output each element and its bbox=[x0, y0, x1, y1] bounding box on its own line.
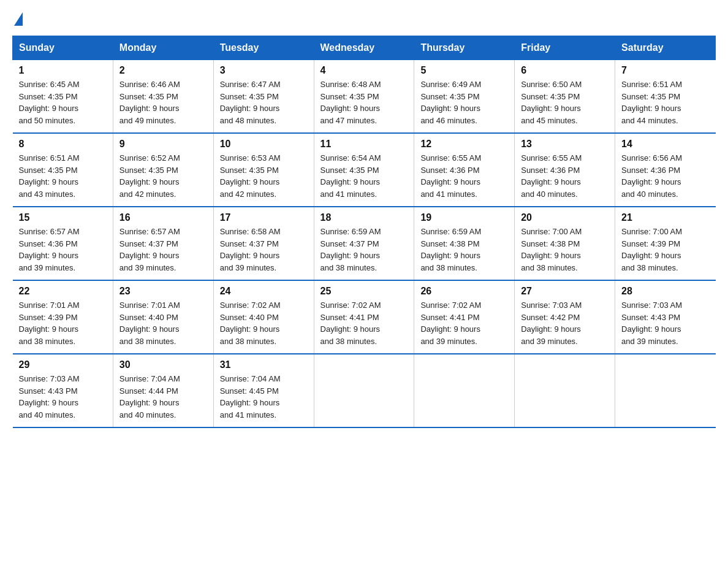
day-info: Sunrise: 7:01 AMSunset: 4:40 PMDaylight:… bbox=[119, 299, 207, 347]
calendar-day-cell: 16 Sunrise: 6:57 AMSunset: 4:37 PMDaylig… bbox=[113, 207, 213, 280]
day-info: Sunrise: 7:03 AMSunset: 4:43 PMDaylight:… bbox=[19, 373, 107, 421]
page-header bbox=[12, 12, 716, 25]
day-number: 2 bbox=[119, 65, 207, 76]
header-tuesday: Tuesday bbox=[213, 36, 314, 60]
logo bbox=[12, 12, 23, 25]
day-info: Sunrise: 7:01 AMSunset: 4:39 PMDaylight:… bbox=[19, 299, 107, 347]
calendar-week-row: 1 Sunrise: 6:45 AMSunset: 4:35 PMDayligh… bbox=[13, 60, 716, 134]
calendar-day-cell: 28 Sunrise: 7:03 AMSunset: 4:43 PMDaylig… bbox=[615, 280, 716, 354]
calendar-day-cell: 9 Sunrise: 6:52 AMSunset: 4:35 PMDayligh… bbox=[113, 133, 213, 207]
calendar-day-cell: 5 Sunrise: 6:49 AMSunset: 4:35 PMDayligh… bbox=[414, 60, 515, 134]
header-monday: Monday bbox=[113, 36, 213, 60]
calendar-week-row: 15 Sunrise: 6:57 AMSunset: 4:36 PMDaylig… bbox=[13, 207, 716, 280]
header-sunday: Sunday bbox=[13, 36, 113, 60]
day-number: 23 bbox=[119, 286, 207, 297]
calendar-day-cell: 21 Sunrise: 7:00 AMSunset: 4:39 PMDaylig… bbox=[615, 207, 716, 280]
calendar-day-cell: 20 Sunrise: 7:00 AMSunset: 4:38 PMDaylig… bbox=[515, 207, 615, 280]
day-info: Sunrise: 6:55 AMSunset: 4:36 PMDaylight:… bbox=[521, 152, 609, 200]
day-number: 10 bbox=[220, 139, 308, 150]
calendar-day-cell: 22 Sunrise: 7:01 AMSunset: 4:39 PMDaylig… bbox=[13, 280, 113, 354]
calendar-day-cell: 26 Sunrise: 7:02 AMSunset: 4:41 PMDaylig… bbox=[414, 280, 515, 354]
day-info: Sunrise: 6:57 AMSunset: 4:36 PMDaylight:… bbox=[19, 226, 107, 274]
day-info: Sunrise: 6:47 AMSunset: 4:35 PMDaylight:… bbox=[220, 79, 308, 126]
day-info: Sunrise: 7:04 AMSunset: 4:44 PMDaylight:… bbox=[119, 373, 207, 421]
day-info: Sunrise: 6:50 AMSunset: 4:35 PMDaylight:… bbox=[521, 79, 609, 126]
calendar-day-cell: 31 Sunrise: 7:04 AMSunset: 4:45 PMDaylig… bbox=[213, 354, 314, 427]
day-number: 1 bbox=[19, 65, 107, 76]
header-wednesday: Wednesday bbox=[314, 36, 414, 60]
calendar-week-row: 8 Sunrise: 6:51 AMSunset: 4:35 PMDayligh… bbox=[13, 133, 716, 207]
calendar-day-cell bbox=[515, 354, 615, 427]
day-info: Sunrise: 7:03 AMSunset: 4:42 PMDaylight:… bbox=[521, 299, 609, 347]
calendar-day-cell: 8 Sunrise: 6:51 AMSunset: 4:35 PMDayligh… bbox=[13, 133, 113, 207]
calendar-day-cell: 25 Sunrise: 7:02 AMSunset: 4:41 PMDaylig… bbox=[314, 280, 414, 354]
calendar-day-cell: 17 Sunrise: 6:58 AMSunset: 4:37 PMDaylig… bbox=[213, 207, 314, 280]
day-number: 20 bbox=[521, 212, 609, 223]
calendar-day-cell: 27 Sunrise: 7:03 AMSunset: 4:42 PMDaylig… bbox=[515, 280, 615, 354]
day-number: 22 bbox=[19, 286, 107, 297]
day-info: Sunrise: 6:51 AMSunset: 4:35 PMDaylight:… bbox=[19, 152, 107, 200]
day-info: Sunrise: 7:02 AMSunset: 4:40 PMDaylight:… bbox=[220, 299, 308, 347]
calendar-day-cell: 10 Sunrise: 6:53 AMSunset: 4:35 PMDaylig… bbox=[213, 133, 314, 207]
calendar-day-cell: 7 Sunrise: 6:51 AMSunset: 4:35 PMDayligh… bbox=[615, 60, 716, 134]
day-number: 13 bbox=[521, 139, 609, 150]
calendar-day-cell: 29 Sunrise: 7:03 AMSunset: 4:43 PMDaylig… bbox=[13, 354, 113, 427]
day-info: Sunrise: 6:57 AMSunset: 4:37 PMDaylight:… bbox=[119, 226, 207, 274]
day-info: Sunrise: 6:58 AMSunset: 4:37 PMDaylight:… bbox=[220, 226, 308, 274]
day-number: 15 bbox=[19, 212, 107, 223]
day-number: 17 bbox=[220, 212, 308, 223]
calendar-day-cell: 11 Sunrise: 6:54 AMSunset: 4:35 PMDaylig… bbox=[314, 133, 414, 207]
calendar-table: Sunday Monday Tuesday Wednesday Thursday… bbox=[12, 36, 716, 428]
day-number: 27 bbox=[521, 286, 609, 297]
day-number: 7 bbox=[621, 65, 709, 76]
calendar-day-cell: 6 Sunrise: 6:50 AMSunset: 4:35 PMDayligh… bbox=[515, 60, 615, 134]
day-info: Sunrise: 6:49 AMSunset: 4:35 PMDaylight:… bbox=[420, 79, 508, 126]
calendar-day-cell: 4 Sunrise: 6:48 AMSunset: 4:35 PMDayligh… bbox=[314, 60, 414, 134]
calendar-day-cell: 23 Sunrise: 7:01 AMSunset: 4:40 PMDaylig… bbox=[113, 280, 213, 354]
calendar-day-cell: 30 Sunrise: 7:04 AMSunset: 4:44 PMDaylig… bbox=[113, 354, 213, 427]
day-info: Sunrise: 6:55 AMSunset: 4:36 PMDaylight:… bbox=[420, 152, 508, 200]
day-info: Sunrise: 6:59 AMSunset: 4:38 PMDaylight:… bbox=[420, 226, 508, 274]
calendar-day-cell: 14 Sunrise: 6:56 AMSunset: 4:36 PMDaylig… bbox=[615, 133, 716, 207]
day-number: 30 bbox=[119, 359, 207, 370]
day-info: Sunrise: 7:00 AMSunset: 4:38 PMDaylight:… bbox=[521, 226, 609, 274]
day-number: 26 bbox=[420, 286, 508, 297]
day-number: 24 bbox=[220, 286, 308, 297]
day-info: Sunrise: 6:45 AMSunset: 4:35 PMDaylight:… bbox=[19, 79, 107, 126]
day-number: 9 bbox=[119, 139, 207, 150]
calendar-day-cell bbox=[314, 354, 414, 427]
day-number: 31 bbox=[220, 359, 308, 370]
day-info: Sunrise: 6:52 AMSunset: 4:35 PMDaylight:… bbox=[119, 152, 207, 200]
day-info: Sunrise: 7:03 AMSunset: 4:43 PMDaylight:… bbox=[621, 299, 709, 347]
day-number: 12 bbox=[420, 139, 508, 150]
day-info: Sunrise: 6:56 AMSunset: 4:36 PMDaylight:… bbox=[621, 152, 709, 200]
day-info: Sunrise: 7:02 AMSunset: 4:41 PMDaylight:… bbox=[420, 299, 508, 347]
day-number: 6 bbox=[521, 65, 609, 76]
day-number: 8 bbox=[19, 139, 107, 150]
logo-triangle-icon bbox=[14, 12, 23, 26]
calendar-day-cell: 18 Sunrise: 6:59 AMSunset: 4:37 PMDaylig… bbox=[314, 207, 414, 280]
day-number: 4 bbox=[320, 65, 408, 76]
calendar-day-cell: 24 Sunrise: 7:02 AMSunset: 4:40 PMDaylig… bbox=[213, 280, 314, 354]
day-number: 29 bbox=[19, 359, 107, 370]
day-number: 3 bbox=[220, 65, 308, 76]
day-number: 19 bbox=[420, 212, 508, 223]
day-info: Sunrise: 7:00 AMSunset: 4:39 PMDaylight:… bbox=[621, 226, 709, 274]
day-info: Sunrise: 6:46 AMSunset: 4:35 PMDaylight:… bbox=[119, 79, 207, 126]
calendar-day-cell: 19 Sunrise: 6:59 AMSunset: 4:38 PMDaylig… bbox=[414, 207, 515, 280]
day-info: Sunrise: 6:54 AMSunset: 4:35 PMDaylight:… bbox=[320, 152, 408, 200]
calendar-day-cell: 1 Sunrise: 6:45 AMSunset: 4:35 PMDayligh… bbox=[13, 60, 113, 134]
day-info: Sunrise: 7:02 AMSunset: 4:41 PMDaylight:… bbox=[320, 299, 408, 347]
weekday-header-row: Sunday Monday Tuesday Wednesday Thursday… bbox=[13, 36, 716, 60]
day-info: Sunrise: 7:04 AMSunset: 4:45 PMDaylight:… bbox=[220, 373, 308, 421]
day-number: 28 bbox=[621, 286, 709, 297]
calendar-day-cell: 3 Sunrise: 6:47 AMSunset: 4:35 PMDayligh… bbox=[213, 60, 314, 134]
calendar-day-cell: 13 Sunrise: 6:55 AMSunset: 4:36 PMDaylig… bbox=[515, 133, 615, 207]
day-info: Sunrise: 6:51 AMSunset: 4:35 PMDaylight:… bbox=[621, 79, 709, 126]
calendar-week-row: 29 Sunrise: 7:03 AMSunset: 4:43 PMDaylig… bbox=[13, 354, 716, 427]
header-thursday: Thursday bbox=[414, 36, 515, 60]
day-number: 5 bbox=[420, 65, 508, 76]
header-friday: Friday bbox=[515, 36, 615, 60]
header-saturday: Saturday bbox=[615, 36, 716, 60]
day-number: 18 bbox=[320, 212, 408, 223]
